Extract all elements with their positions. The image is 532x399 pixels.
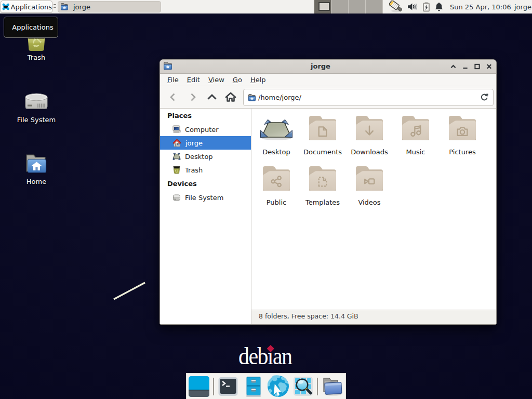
menu-file[interactable]: File <box>163 74 183 85</box>
file-view: Desktop Documents <box>251 109 496 324</box>
window-title: jorge <box>311 60 330 73</box>
close-icon <box>486 63 492 70</box>
debian-logo-text: debıan <box>238 342 291 369</box>
sidebar-item-label: jorge <box>185 139 203 147</box>
maximize-button[interactable] <box>474 64 480 70</box>
forward-arrow-icon <box>188 92 198 102</box>
stray-line <box>0 0 156 312</box>
notification-bell-icon[interactable] <box>434 2 444 12</box>
public-folder-icon <box>262 165 290 194</box>
file-item-label: Desktop <box>262 148 290 156</box>
pathbar-text: /home/jorge/ <box>258 94 301 101</box>
file-item-templates[interactable]: Templates <box>299 165 346 206</box>
desktop-file-icon <box>260 114 292 143</box>
battery-charging-icon[interactable] <box>422 2 430 12</box>
workspace-4[interactable] <box>366 0 383 14</box>
workspace-2[interactable] <box>331 0 349 14</box>
sidebar-item-file-system[interactable]: File System <box>160 191 251 204</box>
dock-show-desktop-button[interactable] <box>188 375 210 398</box>
app-finder-icon <box>293 376 313 396</box>
trash-small-icon <box>172 166 181 174</box>
downloads-folder-icon <box>355 114 383 143</box>
applications-menu-button[interactable]: Applications <box>1 1 52 13</box>
dock-terminal-button[interactable] <box>217 375 240 398</box>
taskbar-window-label: jorge <box>73 3 90 11</box>
back-button[interactable] <box>165 89 181 105</box>
dock-file-manager-button[interactable] <box>242 375 265 398</box>
shade-icon <box>450 64 456 69</box>
sidebar-item-trash[interactable]: Trash <box>160 163 251 177</box>
reload-icon[interactable] <box>480 93 489 102</box>
menu-edit[interactable]: Edit <box>183 74 204 85</box>
taskbar-window-button[interactable]: jorge <box>58 1 161 12</box>
files-grid: Desktop Documents <box>251 109 496 310</box>
menu-help[interactable]: Help <box>246 74 270 85</box>
menu-view[interactable]: View <box>204 74 229 85</box>
dock-app-finder-button[interactable] <box>291 375 314 398</box>
file-item-label: Public <box>267 198 286 206</box>
videos-folder-icon <box>355 165 383 194</box>
minimize-button[interactable] <box>462 64 468 70</box>
tooltip-text: Applications <box>12 23 53 31</box>
top-panel: Applications jorge <box>0 0 532 14</box>
file-cabinet-icon <box>245 376 262 397</box>
forward-button[interactable] <box>185 89 201 105</box>
xfce-logo-icon <box>2 2 10 12</box>
sidebar-item-desktop[interactable]: Desktop <box>160 150 251 163</box>
window-icon <box>163 61 172 71</box>
file-item-public[interactable]: Public <box>253 165 300 206</box>
applications-tooltip: Applications <box>4 17 58 38</box>
shade-button[interactable] <box>450 64 456 70</box>
pictures-folder-icon <box>448 114 476 143</box>
documents-folder-icon <box>309 114 337 143</box>
sidebar-item-label: Trash <box>185 166 203 174</box>
dock-web-browser-button[interactable] <box>267 375 289 398</box>
volume-icon[interactable] <box>407 2 418 11</box>
panel-grip-handle[interactable] <box>54 4 57 10</box>
pathbar[interactable]: /home/jorge/ <box>243 89 494 106</box>
show-desktop-icon <box>188 376 210 397</box>
home-button[interactable] <box>223 89 238 105</box>
up-arrow-icon <box>206 92 218 102</box>
file-item-desktop[interactable]: Desktop <box>253 114 300 156</box>
bottom-dock <box>186 373 346 399</box>
panel-username[interactable]: jorge <box>514 0 531 14</box>
applications-label: Applications <box>11 3 52 11</box>
toolbar: /home/jorge/ <box>160 86 496 109</box>
workspace-1[interactable] <box>314 0 331 14</box>
file-item-music[interactable]: Music <box>392 114 439 156</box>
power-plug-icon[interactable] <box>389 1 403 13</box>
file-item-label: Videos <box>358 198 380 206</box>
file-item-label: Templates <box>305 198 340 206</box>
up-button[interactable] <box>204 89 220 105</box>
file-item-documents[interactable]: Documents <box>299 114 346 156</box>
back-arrow-icon <box>168 92 178 102</box>
sidebar-item-label: Desktop <box>185 153 213 161</box>
menu-go[interactable]: Go <box>229 74 246 85</box>
user-home-icon <box>172 139 181 147</box>
sidebar-item-label: Computer <box>185 126 219 134</box>
terminal-icon <box>218 376 238 397</box>
file-manager-window: jorge File Edit View Go Help <box>159 59 497 325</box>
statusbar-text: 8 folders, Free space: 14.4 GiB <box>259 312 358 320</box>
panel-clock[interactable]: Sun 25 Apr, 10:06 <box>450 0 511 14</box>
workspace-switcher[interactable] <box>314 0 383 14</box>
open-folder-icon <box>322 377 343 396</box>
home-folder-icon <box>60 3 69 11</box>
maximize-icon <box>474 63 480 70</box>
file-item-pictures[interactable]: Pictures <box>439 114 486 156</box>
file-item-videos[interactable]: Videos <box>346 165 393 206</box>
file-item-label: Pictures <box>449 148 475 156</box>
web-browser-icon <box>267 375 289 397</box>
dock-separator <box>213 378 214 395</box>
sidebar-item-computer[interactable]: Computer <box>160 123 251 136</box>
sidebar-item-label: File System <box>185 194 223 202</box>
close-button[interactable] <box>486 64 492 70</box>
window-titlebar[interactable]: jorge <box>160 60 496 74</box>
dock-folder-button[interactable] <box>321 375 343 398</box>
sidebar-item-jorge[interactable]: jorge <box>160 136 251 150</box>
workspace-3[interactable] <box>349 0 366 14</box>
sidebar-devices-header: Devices <box>160 177 251 191</box>
home-icon <box>224 91 237 103</box>
file-item-downloads[interactable]: Downloads <box>346 114 393 156</box>
